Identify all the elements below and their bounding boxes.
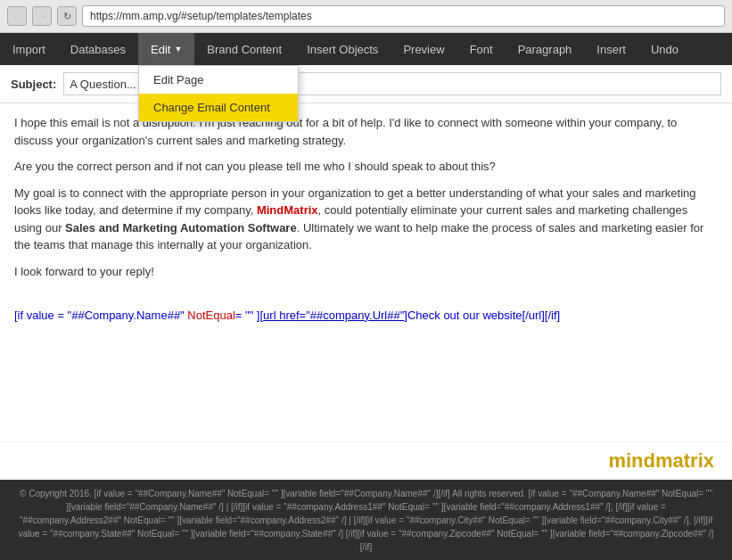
toolbar-label-brand-content: Brand Content bbox=[207, 43, 282, 56]
dropdown-item-edit-page[interactable]: Edit Page bbox=[139, 66, 298, 94]
logo-highlight: matrix bbox=[655, 449, 714, 472]
toolbar-label-insert-objects: Insert Objects bbox=[307, 43, 378, 56]
email-para1: I hope this email is not a disruption. I… bbox=[14, 114, 718, 149]
toolbar-item-paragraph[interactable]: Paragraph bbox=[506, 33, 585, 65]
subject-bar: Subject: bbox=[0, 65, 732, 103]
browser-nav: ← → ↻ bbox=[0, 0, 732, 32]
email-content[interactable]: I hope this email is not a disruption. I… bbox=[0, 103, 732, 441]
toolbar-item-edit[interactable]: Edit ▼ Edit Page Change Email Content bbox=[138, 33, 194, 65]
content-wrapper: I hope this email is not a disruption. I… bbox=[0, 103, 732, 560]
toolbar-label-undo: Undo bbox=[651, 43, 679, 56]
dark-footer: © Copyright 2016. [if value = "##Company… bbox=[0, 480, 732, 560]
email-para3: My goal is to connect with the appropria… bbox=[14, 185, 718, 254]
mindmatrix-logo: mindmatrix bbox=[608, 449, 714, 473]
email-para2: Are you the correct person and if not ca… bbox=[14, 158, 718, 176]
toolbar-item-insert-objects[interactable]: Insert Objects bbox=[294, 33, 391, 65]
toolbar-label-paragraph: Paragraph bbox=[518, 43, 572, 56]
email-para3-bold: Sales and Marketing Automation Software bbox=[65, 221, 297, 235]
refresh-button[interactable]: ↻ bbox=[57, 6, 77, 26]
toolbar-item-insert[interactable]: Insert bbox=[584, 33, 638, 65]
edit-dropdown-menu: Edit Page Change Email Content bbox=[138, 65, 299, 122]
toolbar-label-import: Import bbox=[12, 43, 45, 56]
toolbar-label-databases: Databases bbox=[70, 43, 126, 56]
email-para4: I look forward to your reply! bbox=[14, 263, 718, 281]
email-para3-company: MindMatrix bbox=[257, 203, 318, 217]
dropdown-item-change-email-content[interactable]: Change Email Content bbox=[139, 94, 298, 121]
app-toolbar: Import Databases Edit ▼ Edit Page Change… bbox=[0, 33, 732, 65]
toolbar-item-import[interactable]: Import bbox=[0, 33, 58, 65]
notequal-text: NotEqual bbox=[187, 309, 234, 322]
logo-prefix: mind bbox=[608, 449, 655, 472]
toolbar-label-edit: Edit bbox=[151, 43, 170, 56]
toolbar-item-brand-content[interactable]: Brand Content bbox=[194, 33, 294, 65]
toolbar-item-undo[interactable]: Undo bbox=[638, 33, 691, 65]
footer-text: © Copyright 2016. [if value = "##Company… bbox=[19, 489, 714, 552]
subject-label: Subject: bbox=[11, 78, 56, 91]
toolbar-label-insert: Insert bbox=[596, 43, 626, 56]
address-bar[interactable] bbox=[82, 5, 725, 27]
toolbar-label-font: Font bbox=[470, 43, 493, 56]
toolbar-item-databases[interactable]: Databases bbox=[58, 33, 138, 65]
toolbar-item-preview[interactable]: Preview bbox=[391, 33, 456, 65]
logo-area: mindmatrix bbox=[0, 441, 732, 480]
main-area: Subject: I hope this email is not a disr… bbox=[0, 65, 732, 560]
back-button[interactable]: ← bbox=[7, 6, 27, 26]
forward-button[interactable]: → bbox=[32, 6, 52, 26]
edit-dropdown-arrow: ▼ bbox=[174, 45, 182, 54]
toolbar-label-preview: Preview bbox=[403, 43, 444, 56]
toolbar-item-font[interactable]: Font bbox=[457, 33, 506, 65]
email-template-code: [if value = "##Company.Name##" NotEqual=… bbox=[14, 307, 718, 325]
url-link-text: url href="##company.Url##" bbox=[263, 309, 404, 322]
